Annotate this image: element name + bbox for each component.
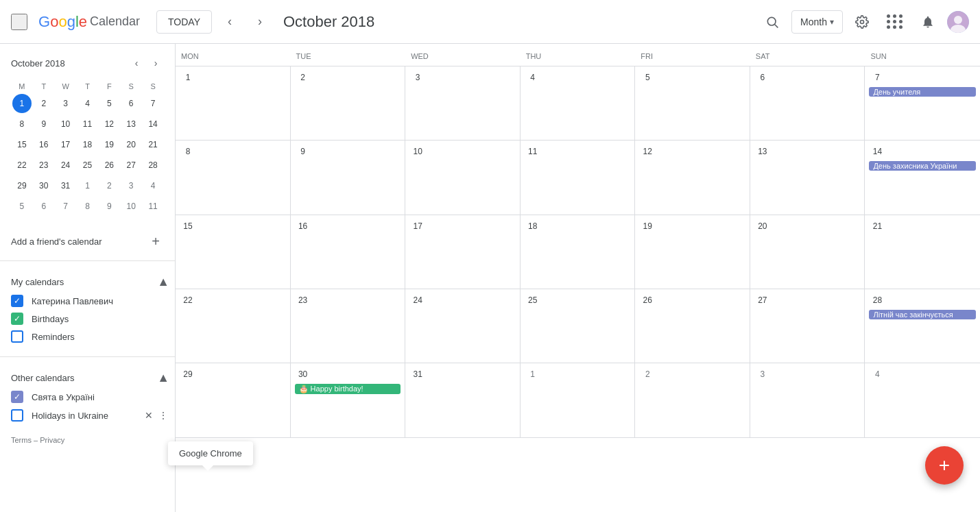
calendar-week-1: 1 2 3 4 5 6 7 День учителя — [176, 66, 980, 141]
cal-cell-oct-28[interactable]: 28 Літній час закінчується — [865, 289, 980, 363]
sidebar-divider-1 — [0, 260, 175, 261]
cal-cell-nov-2[interactable]: 2 — [635, 363, 750, 437]
cal-cell-oct-31[interactable]: 31 — [405, 363, 521, 437]
calendar-item-holidays[interactable]: Holidays in Ukraine ✕ ⋮ — [0, 406, 175, 425]
other-calendars-header[interactable]: Other calendars ▲ — [0, 368, 175, 388]
cal-cell-oct-19[interactable]: 19 — [635, 215, 750, 289]
today-button[interactable]: TODAY — [156, 10, 212, 34]
mini-calendar-header: October 2018 ‹ › — [11, 55, 164, 71]
mini-calendar-title: October 2018 — [11, 58, 65, 69]
mini-day-3[interactable]: 3 — [56, 94, 75, 113]
cal-cell-oct-9[interactable]: 9 — [291, 141, 406, 214]
holiday-more-button[interactable]: ⋮ — [157, 409, 169, 422]
day-header-fri: Fri — [635, 49, 750, 66]
cal-cell-oct-7[interactable]: 7 День учителя — [865, 66, 980, 140]
cal-cell-oct-14[interactable]: 14 День захисника України — [865, 141, 980, 214]
svg-line-1 — [775, 24, 778, 27]
notifications-button[interactable] — [914, 8, 942, 36]
cal-cell-oct-23[interactable]: 23 — [291, 289, 406, 363]
mini-prev-button[interactable]: ‹ — [128, 55, 145, 71]
calendar-main: Mon Tue Wed Thu Fri Sat Sun 1 2 3 4 5 6 … — [176, 44, 980, 512]
cal-cell-oct-3[interactable]: 3 — [405, 66, 521, 140]
calendar-item-svyata[interactable]: ✓ Свята в Україні — [0, 388, 175, 406]
mini-day-6[interactable]: 6 — [121, 94, 141, 113]
cal-cell-oct-4[interactable]: 4 — [521, 66, 636, 140]
cal-cell-oct-21[interactable]: 21 — [865, 215, 980, 289]
terms-link[interactable]: Terms — [11, 436, 32, 444]
calendar-week-5: 29 30 🎂 Happy birthday! 31 1 2 3 4 — [176, 363, 980, 437]
privacy-link[interactable]: Privacy — [40, 436, 64, 444]
cal-cell-nov-4[interactable]: 4 — [865, 363, 980, 437]
mini-day-7[interactable]: 7 — [143, 94, 163, 113]
cal-cell-oct-2[interactable]: 2 — [291, 66, 406, 140]
view-select-label: Month — [800, 16, 827, 27]
add-friend-row[interactable]: Add a friend's calendar + — [0, 228, 175, 255]
cal-cell-oct-18[interactable]: 18 — [521, 215, 636, 289]
cal-cell-oct-22[interactable]: 22 — [176, 289, 291, 363]
svg-point-4 — [954, 16, 962, 24]
calendar-label-reminders: Reminders — [32, 332, 169, 342]
search-button[interactable] — [758, 8, 786, 36]
cal-cell-oct-17[interactable]: 17 — [405, 215, 521, 289]
calendar-checkbox-svyata[interactable]: ✓ — [11, 391, 23, 403]
cal-cell-nov-3[interactable]: 3 — [750, 363, 865, 437]
cal-cell-oct-30[interactable]: 30 🎂 Happy birthday! — [291, 363, 406, 437]
mini-next-button[interactable]: › — [147, 55, 164, 71]
calendar-week-4: 22 23 24 25 26 27 28 Літній час закінчує… — [176, 289, 980, 363]
cal-cell-oct-6[interactable]: 6 — [750, 66, 865, 140]
calendar-logo-text: Calendar — [90, 14, 140, 29]
cal-cell-oct-27[interactable]: 27 — [750, 289, 865, 363]
event-den-uchitelya[interactable]: День учителя — [869, 87, 976, 97]
cal-cell-oct-8[interactable]: 8 — [176, 141, 291, 214]
calendar-checkbox-reminders[interactable] — [11, 330, 23, 343]
calendar-item-birthdays[interactable]: ✓ Birthdays — [0, 310, 175, 328]
cal-cell-oct-20[interactable]: 20 — [750, 215, 865, 289]
cal-cell-oct-29[interactable]: 29 — [176, 363, 291, 437]
mini-day-5[interactable]: 5 — [99, 94, 119, 113]
avatar[interactable] — [947, 11, 969, 33]
cal-cell-nov-1[interactable]: 1 — [521, 363, 636, 437]
calendar-checkbox-holidays[interactable] — [11, 409, 23, 422]
cal-cell-oct-13[interactable]: 13 — [750, 141, 865, 214]
apps-button[interactable] — [881, 8, 909, 36]
create-event-fab[interactable]: + — [925, 446, 964, 485]
mini-day-2[interactable]: 2 — [34, 94, 53, 113]
holiday-item-actions: ✕ ⋮ — [143, 409, 169, 422]
other-calendars-collapse-icon: ▲ — [157, 371, 169, 385]
cal-cell-oct-15[interactable]: 15 — [176, 215, 291, 289]
view-select[interactable]: Month ▾ — [791, 10, 843, 34]
cal-cell-oct-16[interactable]: 16 — [291, 215, 406, 289]
cal-cell-oct-24[interactable]: 24 — [405, 289, 521, 363]
event-happy-birthday[interactable]: 🎂 Happy birthday! — [295, 384, 401, 394]
my-calendars-header[interactable]: My calendars ▲ — [0, 272, 175, 292]
day-header-mon: Mon — [176, 49, 291, 66]
calendar-checkbox-birthdays[interactable]: ✓ — [11, 313, 23, 325]
chevron-down-icon: ▾ — [830, 17, 834, 27]
cal-cell-oct-11[interactable]: 11 — [521, 141, 636, 214]
cal-cell-oct-25[interactable]: 25 — [521, 289, 636, 363]
event-den-zahysnyka[interactable]: День захисника України — [869, 161, 976, 171]
calendar-item-kateryna[interactable]: ✓ Катерина Павлевич — [0, 292, 175, 310]
logo-area: Google Calendar — [38, 13, 140, 31]
day-header-thu: Thu — [521, 49, 636, 66]
apps-grid-icon — [887, 14, 903, 29]
calendar-checkbox-kateryna[interactable]: ✓ — [11, 295, 23, 307]
cal-cell-oct-26[interactable]: 26 — [635, 289, 750, 363]
mini-day-1[interactable]: 1 — [12, 94, 32, 113]
prev-month-button[interactable]: ‹ — [217, 10, 242, 34]
cal-cell-oct-10[interactable]: 10 — [405, 141, 521, 214]
cal-cell-oct-12[interactable]: 12 — [635, 141, 750, 214]
svg-point-2 — [861, 20, 864, 23]
footer-separator: – — [34, 436, 40, 444]
next-month-button[interactable]: › — [248, 10, 272, 34]
holiday-remove-button[interactable]: ✕ — [143, 409, 154, 422]
settings-button[interactable] — [848, 8, 876, 36]
hamburger-menu-button[interactable] — [11, 14, 27, 30]
calendar-item-reminders[interactable]: Reminders — [0, 328, 175, 345]
footer-links: Terms – Privacy — [11, 436, 164, 444]
day-header-tue: Tue — [291, 49, 406, 66]
cal-cell-oct-5[interactable]: 5 — [635, 66, 750, 140]
event-litniy-chas[interactable]: Літній час закінчується — [869, 310, 976, 319]
mini-day-4[interactable]: 4 — [77, 94, 97, 113]
cal-cell-oct-1[interactable]: 1 — [176, 66, 291, 140]
